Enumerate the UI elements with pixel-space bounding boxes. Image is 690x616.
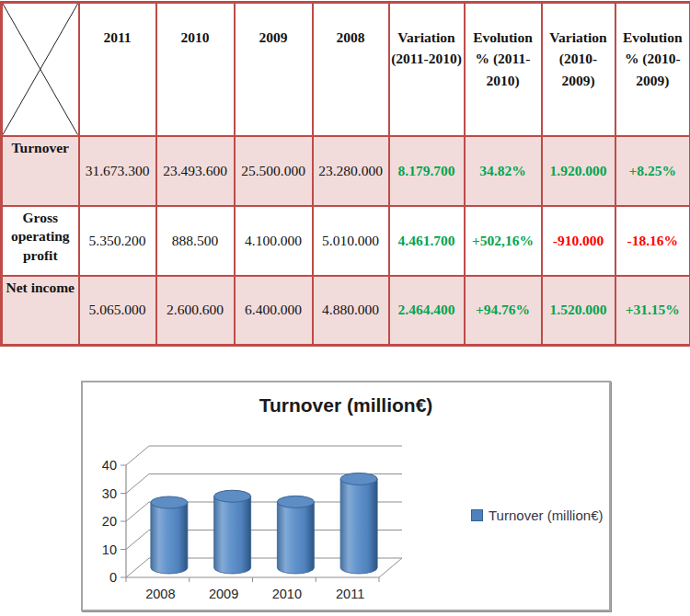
- col-header-2011: 2011: [79, 3, 156, 136]
- table-row-turnover: Turnover 31.673.300 23.493.600 25.500.00…: [2, 136, 690, 206]
- diagonal-cross-icon: [3, 4, 78, 135]
- col-header-2008: 2008: [313, 3, 389, 136]
- table-cell: 4.461.700: [389, 206, 465, 276]
- table-cell: 25.500.000: [235, 136, 313, 206]
- table-cell: +8.25%: [615, 136, 690, 206]
- table-cell: 31.673.300: [79, 136, 156, 206]
- table-cell: -18.16%: [615, 206, 690, 276]
- table-cell: 4.880.000: [313, 276, 389, 346]
- table-cell: 23.280.000: [313, 136, 389, 206]
- table-cell: 1.920.000: [542, 136, 615, 206]
- col-header-evolution-2011-2010: Evolution % (2011-2010): [465, 3, 542, 136]
- y-tick-label: 10: [102, 542, 117, 557]
- financial-table: 2011 2010 2009 2008 Variation (2011-2010…: [0, 1, 690, 347]
- cylinder-bar: [340, 479, 377, 574]
- table-cell: 34.82%: [465, 136, 542, 206]
- page: 2011 2010 2009 2008 Variation (2011-2010…: [0, 0, 690, 616]
- y-tick-label: 0: [109, 570, 117, 585]
- table-cell: +502,16%: [465, 206, 542, 276]
- col-header-evolution-2010-2009: Evolution % (2010-2009): [615, 3, 690, 136]
- table-cell: 2.600.600: [156, 276, 235, 346]
- legend-swatch-icon: [471, 509, 483, 521]
- col-header-2010: 2010: [156, 3, 235, 136]
- table-cell: 8.179.700: [389, 136, 465, 206]
- x-category-label: 2009: [209, 587, 238, 601]
- x-category-label: 2010: [272, 587, 302, 601]
- cylinder-top: [277, 496, 314, 508]
- cylinder-bar: [214, 496, 251, 574]
- row-label: Turnover: [2, 136, 79, 206]
- table-cell: 888.500: [156, 206, 235, 276]
- col-header-variation-2010-2009: Variation (2010-2009): [542, 3, 615, 136]
- cylinder-top: [214, 490, 251, 502]
- cylinder-bar: [151, 502, 188, 574]
- table-cell: 5.350.200: [79, 206, 156, 276]
- diagonal-cross-cell: [2, 3, 79, 136]
- table-cell: 2.464.400: [389, 276, 465, 346]
- cylinder-bar: [277, 502, 314, 574]
- table-row-net-income: Net income 5.065.000 2.600.600 6.400.000…: [2, 276, 690, 346]
- table-row-gross-operating-profit: Gross operating profit 5.350.200 888.500…: [2, 206, 690, 276]
- table-header-row: 2011 2010 2009 2008 Variation (2011-2010…: [2, 3, 690, 136]
- y-tick-label: 40: [102, 458, 117, 473]
- table-cell: 1.520.000: [542, 276, 615, 346]
- col-header-variation-2011-2010: Variation (2011-2010): [389, 3, 465, 136]
- x-category-label: 2011: [336, 587, 364, 601]
- x-category-label: 2008: [145, 587, 175, 601]
- table-cell: 5.065.000: [79, 276, 156, 346]
- cylinder-top: [340, 473, 377, 485]
- y-tick-label: 20: [102, 514, 117, 529]
- chart-title: Turnover (million€): [83, 394, 609, 416]
- legend-label: Turnover (million€): [489, 508, 603, 523]
- table-cell: +94.76%: [465, 276, 542, 346]
- table-cell: 23.493.600: [156, 136, 235, 206]
- table-cell: 4.100.000: [235, 206, 313, 276]
- chart-legend: Turnover (million€): [471, 508, 603, 523]
- row-label: Gross operating profit: [2, 206, 79, 276]
- table-cell: +31.15%: [615, 276, 690, 346]
- col-header-2009: 2009: [235, 3, 313, 136]
- table-cell: 6.400.000: [235, 276, 313, 346]
- table-cell: 5.010.000: [313, 206, 389, 276]
- turnover-chart: 0102030402008200920102011 Turnover (mill…: [81, 381, 611, 611]
- cylinder-top: [151, 496, 188, 508]
- row-label: Net income: [2, 276, 79, 346]
- y-tick-label: 30: [102, 486, 117, 501]
- chart-plot-area: 0102030402008200920102011: [83, 382, 609, 610]
- table-cell: -910.000: [542, 206, 615, 276]
